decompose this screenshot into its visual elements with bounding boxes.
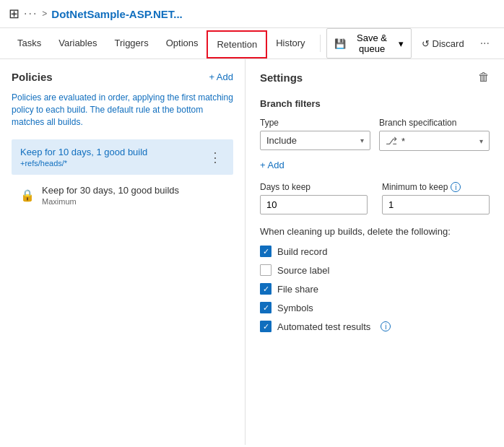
header-chevron: >: [42, 9, 47, 19]
policy-subtitle-2: Maximum: [42, 197, 179, 206]
tab-retention[interactable]: Retention: [207, 30, 267, 58]
min-info-icon[interactable]: i: [451, 182, 461, 192]
delete-button[interactable]: 🗑: [478, 71, 490, 84]
source-label-checkbox[interactable]: [260, 264, 271, 276]
min-label-text: Minimum to keep: [382, 182, 448, 192]
cleanup-label: When cleaning up builds, delete the foll…: [260, 226, 490, 237]
build-record-checkbox[interactable]: ✓: [260, 246, 271, 257]
type-label: Type: [260, 118, 370, 128]
min-to-keep-group: Minimum to keep i: [382, 182, 490, 214]
type-select[interactable]: Include ▾: [260, 131, 370, 150]
branch-spec-value: *: [401, 136, 405, 147]
tab-triggers[interactable]: Triggers: [105, 30, 157, 57]
branch-spec-filter-group: Branch specification ⎇ * ▾: [379, 118, 490, 151]
panel-title: Policies: [12, 71, 53, 83]
tab-tasks[interactable]: Tasks: [9, 30, 50, 57]
header-title: DotNetSample-ASP.NET...: [51, 8, 182, 20]
policy-menu-icon-1[interactable]: ⋮: [206, 148, 225, 167]
save-chevron: ▾: [399, 38, 404, 49]
checkbox-list: ✓ Build record Source label ✓ File share…: [260, 246, 490, 332]
days-to-keep-group: Days to keep: [260, 182, 368, 214]
branch-spec-chevron-icon: ▾: [479, 137, 483, 145]
checkbox-item-automated-test: ✓ Automated test results i: [260, 321, 490, 332]
automated-test-checkbox[interactable]: ✓: [260, 321, 271, 332]
policy-item-1[interactable]: Keep for 10 days, 1 good build +refs/hea…: [12, 139, 233, 175]
header-dots[interactable]: ···: [24, 7, 38, 20]
app-icon: ⊞: [9, 6, 19, 22]
nav-divider: [320, 35, 321, 52]
discard-label: Discard: [433, 38, 464, 49]
fields-row: Days to keep Minimum to keep i: [260, 182, 490, 214]
discard-button[interactable]: ↺ Discard: [414, 35, 472, 53]
branch-icon: ⎇: [386, 135, 397, 147]
panel-header: Policies + Add: [12, 71, 233, 83]
build-record-label: Build record: [277, 246, 327, 257]
days-input[interactable]: [260, 195, 368, 214]
branch-spec-select[interactable]: ⎇ * ▾: [379, 131, 490, 151]
more-button[interactable]: ···: [474, 33, 495, 53]
file-share-checkbox[interactable]: ✓: [260, 283, 271, 295]
right-panel: Settings 🗑 Branch filters Type Include ▾…: [246, 59, 504, 445]
tab-options[interactable]: Options: [157, 30, 207, 57]
min-label: Minimum to keep i: [382, 182, 490, 192]
symbols-checkbox[interactable]: ✓: [260, 302, 271, 313]
save-icon: 💾: [334, 38, 346, 49]
type-chevron-icon: ▾: [360, 136, 364, 144]
file-share-label: File share: [277, 284, 318, 295]
automated-test-info-icon[interactable]: i: [381, 321, 391, 331]
checkbox-item-file-share: ✓ File share: [260, 283, 490, 295]
checkbox-item-symbols: ✓ Symbols: [260, 302, 490, 313]
save-queue-button[interactable]: 💾 Save & queue ▾: [326, 28, 412, 58]
main-content: Policies + Add Policies are evaluated in…: [0, 59, 504, 445]
source-label-label: Source label: [277, 265, 329, 276]
navbar: Tasks Variables Triggers Options Retenti…: [0, 28, 504, 59]
policy-subtitle-1: +refs/heads/*: [20, 159, 206, 168]
save-label: Save & queue: [349, 32, 396, 54]
min-input[interactable]: [382, 195, 490, 214]
policy-description: Policies are evaluated in order, applyin…: [12, 92, 233, 128]
checkbox-item-build-record: ✓ Build record: [260, 246, 490, 257]
lock-icon: 🔒: [20, 188, 35, 202]
type-value: Include: [266, 135, 297, 146]
filters-row: Type Include ▾ Branch specification ⎇ * …: [260, 118, 490, 151]
checkbox-item-source-label: Source label: [260, 264, 490, 276]
branch-filters-title: Branch filters: [260, 98, 490, 109]
nav-actions: 💾 Save & queue ▾ ↺ Discard ···: [326, 28, 495, 58]
tab-variables[interactable]: Variables: [50, 30, 105, 57]
policy-content-1: Keep for 10 days, 1 good build +refs/hea…: [20, 147, 206, 168]
policy-title-2: Keep for 30 days, 10 good builds: [42, 185, 179, 196]
symbols-label: Symbols: [277, 303, 313, 313]
policy-title-1: Keep for 10 days, 1 good build: [20, 147, 206, 157]
policy-content-2: Keep for 30 days, 10 good builds Maximum: [42, 185, 179, 206]
add-filter-button[interactable]: + Add: [260, 160, 284, 170]
app-header: ⊞ ··· > DotNetSample-ASP.NET...: [0, 0, 504, 28]
settings-header: Settings 🗑: [260, 71, 490, 84]
add-policy-button[interactable]: + Add: [209, 71, 233, 82]
type-filter-group: Type Include ▾: [260, 118, 370, 151]
automated-test-label: Automated test results: [277, 321, 370, 332]
left-panel: Policies + Add Policies are evaluated in…: [0, 59, 246, 445]
tab-history[interactable]: History: [267, 30, 313, 57]
branch-spec-label: Branch specification: [379, 118, 490, 128]
settings-title: Settings: [260, 71, 303, 84]
policy-item-2[interactable]: 🔒 Keep for 30 days, 10 good builds Maxim…: [12, 178, 233, 213]
undo-icon: ↺: [422, 38, 430, 49]
days-label: Days to keep: [260, 182, 368, 192]
